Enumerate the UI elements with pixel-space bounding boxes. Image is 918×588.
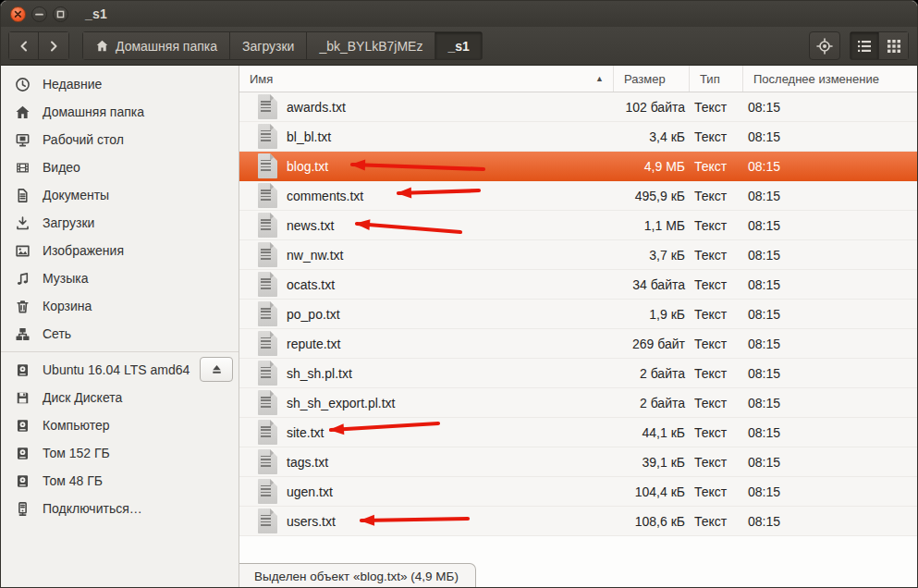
location-entry-button[interactable] bbox=[809, 31, 840, 60]
sidebar-item-label: Недавние bbox=[43, 77, 102, 92]
table-row[interactable]: sh_sh_export.pl.txt 2 байта Текст 08:15 bbox=[239, 388, 918, 418]
file-name-cell: sh_sh_export.pl.txt bbox=[239, 390, 614, 415]
status-text: Выделен объект «blog.txt» (4,9 МБ) bbox=[254, 570, 459, 583]
sidebar-item-connect[interactable]: Подключиться… bbox=[1, 495, 239, 522]
file-name: site.txt bbox=[287, 425, 324, 440]
breadcrumb-bk-folder[interactable]: _bk_BYLkB7jMEz bbox=[307, 31, 435, 60]
sidebar-item-downloads[interactable]: Загрузки bbox=[1, 209, 239, 237]
sidebar-item-volume-152[interactable]: Том 152 ГБ bbox=[1, 439, 239, 467]
text-file-icon bbox=[258, 479, 277, 504]
table-row[interactable]: nw_nw.txt 3,7 кБ Текст 08:15 bbox=[239, 240, 918, 270]
text-file-icon bbox=[258, 272, 277, 297]
breadcrumb-current[interactable]: _s1 bbox=[435, 31, 482, 60]
sidebar-item-computer[interactable]: Компьютер bbox=[1, 411, 239, 439]
close-button[interactable] bbox=[10, 6, 26, 22]
sidebar-item-label: Ubuntu 16.04 LTS amd64 bbox=[43, 362, 190, 377]
column-header-name[interactable]: Имя ▲ bbox=[239, 66, 614, 92]
breadcrumb-downloads[interactable]: Загрузки bbox=[230, 31, 307, 60]
text-file-icon bbox=[258, 420, 277, 445]
file-name-cell: ugen.txt bbox=[239, 479, 614, 504]
view-toggle-buttons bbox=[850, 31, 909, 60]
sidebar-item-desktop[interactable]: Рабочий стол bbox=[1, 126, 239, 153]
file-type: Текст bbox=[690, 218, 743, 233]
breadcrumb-label: Загрузки bbox=[242, 39, 294, 54]
minimize-button[interactable] bbox=[31, 6, 47, 22]
list-view-icon bbox=[856, 38, 873, 55]
table-row[interactable]: comments.txt 495,9 кБ Текст 08:15 bbox=[239, 181, 918, 211]
back-button[interactable] bbox=[8, 31, 39, 60]
file-name: comments.txt bbox=[287, 189, 363, 203]
sidebar-item-videos[interactable]: Видео bbox=[1, 153, 239, 181]
sort-ascending-icon: ▲ bbox=[595, 74, 604, 83]
sidebar-item-documents[interactable]: Документы bbox=[1, 181, 239, 209]
table-row[interactable]: site.txt 44,1 кБ Текст 08:15 bbox=[239, 418, 918, 447]
file-size: 269 байт bbox=[614, 337, 690, 351]
table-row[interactable]: po_po.txt 1,9 кБ Текст 08:15 bbox=[239, 300, 918, 329]
home-icon bbox=[95, 39, 109, 53]
eject-button[interactable] bbox=[200, 357, 233, 382]
sidebar-item-label: Рабочий стол bbox=[43, 132, 124, 147]
sidebar-item-pictures[interactable]: Изображения bbox=[1, 237, 239, 264]
table-row[interactable]: bl_bl.txt 3,4 кБ Текст 08:15 bbox=[239, 122, 918, 152]
column-label: Последнее изменение bbox=[753, 72, 879, 86]
column-header-type[interactable]: Тип bbox=[690, 66, 743, 92]
music-note-icon bbox=[15, 271, 31, 287]
sidebar-item-label: Компьютер bbox=[43, 418, 109, 433]
file-name: sh_sh.pl.txt bbox=[287, 366, 352, 381]
sidebar-item-label: Том 152 ГБ bbox=[43, 446, 110, 460]
file-modified: 08:15 bbox=[743, 425, 918, 440]
table-row[interactable]: awards.txt 102 байта Текст 08:15 bbox=[239, 92, 918, 122]
table-row[interactable]: ugen.txt 104,4 кБ Текст 08:15 bbox=[239, 477, 918, 507]
file-type: Текст bbox=[690, 366, 743, 381]
table-row[interactable]: blog.txt 4,9 МБ Текст 08:15 bbox=[239, 152, 918, 181]
sidebar-item-floppy[interactable]: Диск Дискета bbox=[1, 384, 239, 411]
sidebar-item-label: Изображения bbox=[43, 243, 124, 258]
file-type: Текст bbox=[690, 189, 743, 203]
file-type: Текст bbox=[690, 248, 743, 263]
home-icon bbox=[15, 104, 31, 120]
text-file-icon bbox=[258, 390, 277, 415]
drive-icon bbox=[15, 418, 31, 434]
table-row[interactable]: sh_sh.pl.txt 2 байта Текст 08:15 bbox=[239, 359, 918, 388]
sidebar-item-recent[interactable]: Недавние bbox=[1, 70, 239, 98]
minimize-icon bbox=[32, 7, 46, 21]
file-size: 1,9 кБ bbox=[614, 307, 690, 322]
table-row[interactable]: news.txt 1,1 МБ Текст 08:15 bbox=[239, 211, 918, 240]
film-icon bbox=[15, 160, 31, 176]
maximize-button[interactable] bbox=[53, 6, 68, 22]
column-header-modified[interactable]: Последнее изменение bbox=[743, 66, 918, 92]
file-name: users.txt bbox=[287, 514, 336, 529]
sidebar-item-music[interactable]: Музыка bbox=[1, 264, 239, 292]
text-file-icon bbox=[258, 301, 277, 326]
column-header-size[interactable]: Размер bbox=[614, 66, 690, 92]
grid-view-button[interactable] bbox=[879, 31, 909, 60]
breadcrumb-home[interactable]: Домашняя папка bbox=[82, 31, 230, 60]
column-label: Тип bbox=[700, 72, 720, 86]
table-row[interactable]: ocats.txt 34 байта Текст 08:15 bbox=[239, 270, 918, 300]
file-type: Текст bbox=[690, 100, 743, 115]
forward-button[interactable] bbox=[39, 31, 69, 60]
file-name: sh_sh_export.pl.txt bbox=[287, 396, 396, 410]
file-list: Имя ▲ Размер Тип Последнее изменение awa… bbox=[239, 66, 918, 588]
file-name-cell: site.txt bbox=[239, 420, 614, 445]
column-label: Размер bbox=[624, 72, 666, 86]
sidebar-item-volume-48[interactable]: Том 48 ГБ bbox=[1, 467, 239, 495]
file-name: tags.txt bbox=[287, 455, 328, 470]
list-view-button[interactable] bbox=[850, 31, 879, 60]
file-modified: 08:15 bbox=[743, 337, 918, 351]
file-name: nw_nw.txt bbox=[287, 248, 343, 263]
sidebar-item-label: Видео bbox=[43, 160, 80, 175]
breadcrumb-label: _s1 bbox=[447, 39, 469, 54]
sidebar-item-home[interactable]: Домашняя папка bbox=[1, 98, 239, 126]
table-row[interactable]: tags.txt 39,1 кБ Текст 08:15 bbox=[239, 447, 918, 477]
breadcrumb: Домашняя папка Загрузки _bk_BYLkB7jMEz _… bbox=[82, 31, 483, 60]
file-size: 102 байта bbox=[614, 100, 690, 115]
sidebar-item-trash[interactable]: Корзина bbox=[1, 292, 239, 320]
file-size: 1,1 МБ bbox=[614, 218, 690, 233]
sidebar-item-network[interactable]: Сеть bbox=[1, 320, 239, 348]
sidebar-item-ubuntu-volume[interactable]: Ubuntu 16.04 LTS amd64 bbox=[1, 356, 239, 384]
table-row[interactable]: repute.txt 269 байт Текст 08:15 bbox=[239, 329, 918, 359]
maximize-icon bbox=[54, 7, 67, 21]
table-row[interactable]: users.txt 108,6 кБ Текст 08:15 bbox=[239, 507, 918, 536]
file-name-cell: sh_sh.pl.txt bbox=[239, 361, 614, 386]
